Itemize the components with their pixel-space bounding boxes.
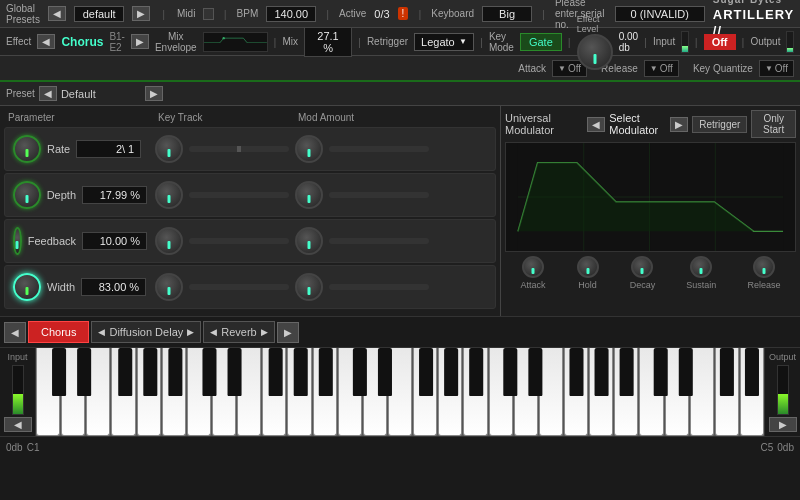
white-key-15[interactable] bbox=[388, 348, 412, 436]
feedback-mod-slider[interactable] bbox=[329, 238, 429, 244]
white-key-11[interactable] bbox=[287, 348, 311, 436]
effect-level-db-section: 0.00 db bbox=[619, 31, 638, 53]
feedback-key-track-knob[interactable] bbox=[155, 227, 183, 255]
depth-mod-knob[interactable] bbox=[295, 181, 323, 209]
preset-row-prev[interactable]: ◀ bbox=[39, 86, 57, 101]
white-key-6[interactable] bbox=[162, 348, 186, 436]
release-dropdown[interactable]: ▼ Off bbox=[644, 60, 679, 77]
rate-key-track-slider[interactable] bbox=[189, 146, 289, 152]
retrigger-dropdown[interactable]: Legato ▼ bbox=[414, 33, 474, 51]
white-key-7[interactable] bbox=[187, 348, 211, 436]
white-key-23[interactable] bbox=[589, 348, 613, 436]
white-key-1[interactable] bbox=[36, 348, 60, 436]
white-key-25[interactable] bbox=[639, 348, 663, 436]
preset-row-label: Preset bbox=[6, 88, 35, 99]
mix-value[interactable]: 27.1 % bbox=[304, 27, 352, 57]
output-label: Output bbox=[750, 36, 780, 47]
width-mod-knob[interactable] bbox=[295, 273, 323, 301]
right-scroll-button[interactable]: ▶ bbox=[769, 417, 797, 432]
mod-attack-knob[interactable] bbox=[522, 256, 544, 278]
mod-release-knob[interactable] bbox=[753, 256, 775, 278]
retrigger-button[interactable]: Retrigger bbox=[692, 116, 747, 133]
white-key-4[interactable] bbox=[111, 348, 135, 436]
key-mode-label: Key Mode bbox=[489, 31, 514, 53]
white-key-12[interactable] bbox=[313, 348, 337, 436]
depth-value[interactable]: 17.99 % bbox=[82, 186, 147, 204]
white-key-8[interactable] bbox=[212, 348, 236, 436]
rate-knob[interactable] bbox=[13, 135, 41, 163]
mod-prev-button[interactable]: ◀ bbox=[587, 117, 605, 132]
white-key-24[interactable] bbox=[614, 348, 638, 436]
white-key-21[interactable] bbox=[539, 348, 563, 436]
depth-mod-slider[interactable] bbox=[329, 192, 429, 198]
white-key-16[interactable] bbox=[413, 348, 437, 436]
mod-release-group: Release bbox=[747, 256, 780, 290]
rate-key-track-knob[interactable] bbox=[155, 135, 183, 163]
white-key-22[interactable] bbox=[564, 348, 588, 436]
effect-next-button[interactable]: ▶ bbox=[131, 34, 149, 49]
white-key-20[interactable] bbox=[514, 348, 538, 436]
white-key-17[interactable] bbox=[438, 348, 462, 436]
keyboard-label: Keyboard bbox=[431, 8, 474, 19]
width-kt-slider[interactable] bbox=[189, 284, 289, 290]
key-mode-value[interactable]: Gate bbox=[520, 33, 562, 51]
right-status: C5 0db bbox=[761, 442, 794, 453]
depth-knob[interactable] bbox=[13, 181, 41, 209]
preset-value[interactable]: default bbox=[74, 6, 124, 22]
left-scroll-button[interactable]: ◀ bbox=[4, 417, 32, 432]
effect-prev-button[interactable]: ◀ bbox=[37, 34, 55, 49]
white-key-18[interactable] bbox=[463, 348, 487, 436]
output-meter-fill bbox=[787, 48, 793, 52]
serial-value[interactable]: 0 (INVALID) bbox=[615, 6, 705, 22]
preset-row-next[interactable]: ▶ bbox=[145, 86, 163, 101]
white-key-10[interactable] bbox=[262, 348, 286, 436]
rate-value[interactable]: 2\ 1 bbox=[76, 140, 141, 158]
white-key-27[interactable] bbox=[690, 348, 714, 436]
white-key-3[interactable] bbox=[86, 348, 110, 436]
width-knob[interactable] bbox=[13, 273, 41, 301]
white-key-29[interactable] bbox=[740, 348, 764, 436]
effects-right-button[interactable]: ▶ bbox=[277, 322, 299, 343]
effects-left-button[interactable]: ◀ bbox=[4, 322, 26, 343]
white-key-28[interactable] bbox=[715, 348, 739, 436]
key-quantize-dropdown[interactable]: ▼ Off bbox=[759, 60, 794, 77]
white-key-26[interactable] bbox=[665, 348, 689, 436]
chorus-tab[interactable]: Chorus bbox=[28, 321, 89, 343]
effect-level-knob[interactable] bbox=[577, 34, 613, 70]
diffusion-delay-tab[interactable]: ◀ Diffusion Delay ▶ bbox=[91, 321, 201, 343]
rate-mod-slider[interactable] bbox=[329, 146, 429, 152]
midi-label: Midi bbox=[177, 8, 195, 19]
white-key-5[interactable] bbox=[137, 348, 161, 436]
width-key-track-knob[interactable] bbox=[155, 273, 183, 301]
rate-mod-knob[interactable] bbox=[295, 135, 323, 163]
width-value[interactable]: 83.00 % bbox=[81, 278, 146, 296]
keyboard-value[interactable]: Big bbox=[482, 6, 532, 22]
depth-key-track-knob[interactable] bbox=[155, 181, 183, 209]
mod-sustain-knob[interactable] bbox=[690, 256, 712, 278]
only-start-button[interactable]: Only Start bbox=[751, 110, 796, 138]
preset-prev-button[interactable]: ◀ bbox=[48, 6, 66, 21]
preset-next-button[interactable]: ▶ bbox=[132, 6, 150, 21]
preset-row-value[interactable]: Default bbox=[61, 88, 141, 100]
mod-next-button[interactable]: ▶ bbox=[670, 117, 688, 132]
depth-kt-slider[interactable] bbox=[189, 192, 289, 198]
bpm-value[interactable]: 140.00 bbox=[266, 6, 316, 22]
feedback-value[interactable]: 10.00 % bbox=[82, 232, 147, 250]
white-key-14[interactable] bbox=[363, 348, 387, 436]
mod-decay-knob[interactable] bbox=[631, 256, 653, 278]
mix-envelope-display[interactable] bbox=[203, 32, 268, 52]
feedback-key-track-cell bbox=[155, 227, 295, 255]
white-key-13[interactable] bbox=[338, 348, 362, 436]
feedback-mod-knob[interactable] bbox=[295, 227, 323, 255]
mod-hold-knob[interactable] bbox=[577, 256, 599, 278]
reverb-tab[interactable]: ◀ Reverb ▶ bbox=[203, 321, 274, 343]
feedback-knob[interactable] bbox=[13, 227, 22, 255]
white-key-2[interactable] bbox=[61, 348, 85, 436]
off-button[interactable]: Off bbox=[704, 34, 736, 50]
white-key-9[interactable] bbox=[237, 348, 261, 436]
active-label: Active bbox=[339, 8, 366, 19]
width-mod-slider[interactable] bbox=[329, 284, 429, 290]
feedback-kt-slider[interactable] bbox=[189, 238, 289, 244]
rate-mod-amount-cell bbox=[295, 135, 435, 163]
white-key-19[interactable] bbox=[489, 348, 513, 436]
